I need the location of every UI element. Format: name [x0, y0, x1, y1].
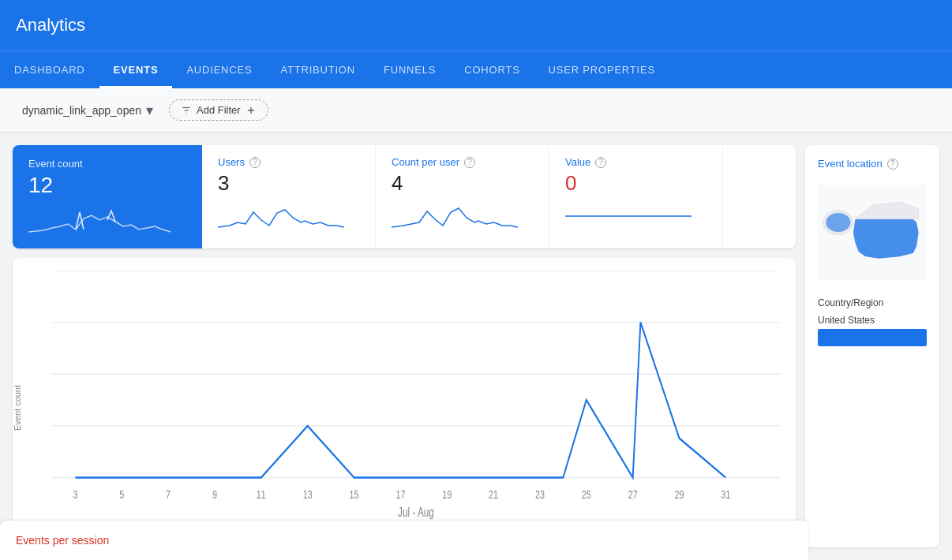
- dropdown-arrow-icon: ▾: [146, 102, 153, 119]
- nav-item-audiences[interactable]: AUDIENCES: [172, 50, 266, 88]
- svg-text:21: 21: [489, 487, 498, 501]
- map-svg: [818, 177, 927, 288]
- stats-top-row: Event count 12 Users: [13, 145, 796, 248]
- bottom-card: Events per session: [0, 521, 808, 560]
- svg-text:19: 19: [442, 487, 452, 501]
- count-per-user-sparkline: [392, 200, 518, 229]
- event-count-value: 12: [28, 173, 186, 198]
- value-stat: Value ? 0: [549, 145, 723, 248]
- users-help-icon[interactable]: ?: [249, 157, 260, 168]
- event-location-title: Event location: [818, 158, 883, 170]
- filter-icon: [181, 105, 192, 116]
- nav-item-events[interactable]: EVENTS: [99, 50, 173, 88]
- svg-text:25: 25: [582, 487, 591, 501]
- svg-text:Jul - Aug: Jul - Aug: [398, 506, 434, 519]
- main-chart-card: Event count 0 2 4 6 8: [13, 258, 796, 547]
- main-chart-svg: 0 2 4 6 8 3 5 7 9 11 13 15: [52, 271, 780, 519]
- event-location-map: [818, 177, 927, 288]
- events-per-session-label: Events per session: [16, 534, 109, 547]
- country-bar-us: [818, 329, 927, 346]
- value-header: Value ?: [565, 156, 707, 168]
- right-panel: Event location ? Country/Region United S…: [805, 145, 939, 547]
- app-title: Analytics: [16, 15, 85, 35]
- svg-text:3: 3: [73, 487, 77, 501]
- users-value: 3: [218, 171, 359, 196]
- svg-text:31: 31: [721, 487, 730, 501]
- add-filter-button[interactable]: Add Filter: [169, 99, 268, 121]
- value-sparkline: [565, 200, 692, 229]
- stats-card: Event count 12 Users: [13, 145, 796, 248]
- value-label: Value: [565, 156, 590, 168]
- svg-text:15: 15: [350, 487, 359, 501]
- svg-text:13: 13: [303, 487, 313, 501]
- event-count-stat: Event count 12: [13, 145, 202, 248]
- header: Analytics: [0, 0, 952, 50]
- y-axis-label: Event count: [13, 384, 22, 430]
- users-stat: Users ? 3: [202, 145, 376, 248]
- svg-text:5: 5: [119, 487, 124, 501]
- country-row-us: United States: [818, 315, 927, 326]
- users-label: Users: [218, 156, 245, 168]
- value-number: 0: [565, 171, 707, 196]
- svg-text:17: 17: [395, 487, 405, 501]
- count-per-user-label: Count per user: [392, 156, 459, 168]
- nav-item-attribution[interactable]: ATTRIBUTION: [266, 50, 369, 88]
- event-location-header: Event location ?: [818, 158, 927, 170]
- svg-text:23: 23: [535, 487, 545, 501]
- event-location-help-icon[interactable]: ?: [887, 159, 898, 170]
- event-count-sparkline: [28, 204, 171, 236]
- count-per-user-value: 4: [392, 171, 533, 196]
- value-help-icon[interactable]: ?: [595, 157, 606, 168]
- svg-text:11: 11: [257, 487, 266, 501]
- country-bar-us-container: [818, 329, 927, 346]
- nav-item-cohorts[interactable]: COHORTS: [450, 50, 534, 88]
- plus-icon: [245, 105, 257, 116]
- svg-text:9: 9: [212, 487, 217, 501]
- count-per-user-stat: Count per user ? 4: [376, 145, 549, 248]
- main-nav: DASHBOARD EVENTS AUDIENCES ATTRIBUTION F…: [0, 50, 952, 88]
- count-per-user-header: Count per user ?: [392, 156, 533, 168]
- users-header: Users ?: [218, 156, 359, 168]
- country-region-label: Country/Region: [818, 297, 927, 308]
- main-content: Event count 12 Users: [0, 133, 952, 560]
- nav-item-dashboard[interactable]: DASHBOARD: [0, 50, 99, 88]
- country-name-us: United States: [818, 315, 875, 326]
- count-per-user-help-icon[interactable]: ?: [464, 157, 475, 168]
- svg-text:29: 29: [674, 487, 684, 501]
- svg-text:7: 7: [166, 487, 171, 501]
- nav-item-funnels[interactable]: FUNNELS: [369, 50, 450, 88]
- svg-point-34: [826, 213, 850, 232]
- nav-item-user-properties[interactable]: USER PROPERTIES: [534, 50, 669, 88]
- filter-bar: dynamic_link_app_open ▾ Add Filter: [0, 88, 952, 133]
- event-selector-label: dynamic_link_app_open: [22, 104, 141, 117]
- left-panel: Event count 12 Users: [13, 145, 796, 547]
- users-sparkline: [218, 200, 344, 229]
- event-selector[interactable]: dynamic_link_app_open ▾: [16, 97, 159, 124]
- svg-text:27: 27: [628, 487, 638, 501]
- event-count-label: Event count: [28, 158, 186, 170]
